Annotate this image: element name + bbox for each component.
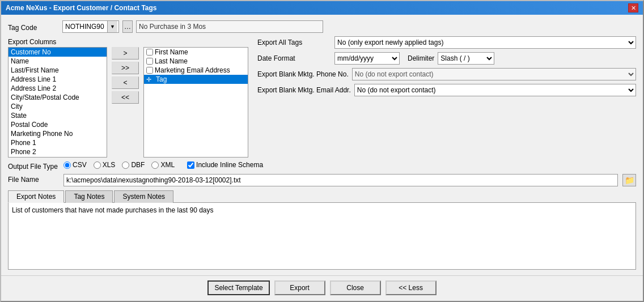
- delimiter-select[interactable]: Slash ( / ) Comma ( , ): [438, 52, 494, 65]
- xls-radio[interactable]: [94, 161, 101, 169]
- browse-folder-button[interactable]: 📁: [622, 174, 636, 186]
- main-content: Tag Code ▼ … No Purchase in 3 Mos Export…: [1, 15, 643, 275]
- close-window-button[interactable]: ✕: [628, 3, 638, 12]
- add-all-columns-button[interactable]: >>: [112, 62, 139, 74]
- tab-content-export-notes: List of customers that have not made pur…: [8, 203, 636, 270]
- main-window: Acme NeXus - Export Customer / Contact T…: [0, 0, 644, 302]
- export-blank-email-row: Export Blank Mktg. Email Addr. No (do no…: [257, 84, 636, 96]
- tab-export-notes[interactable]: Export Notes: [8, 190, 64, 203]
- delimiter-label: Delimiter: [408, 54, 434, 62]
- date-format-select[interactable]: mm/dd/yyyy dd/mm/yyyy: [334, 52, 400, 65]
- main-body-row: Export Columns Customer No Name Last/Fir…: [8, 36, 636, 158]
- list-item[interactable]: Postal Code: [9, 120, 107, 129]
- export-blank-phone-row: Export Blank Mktg. Phone No. No (do not …: [257, 68, 636, 80]
- tag-code-row: Tag Code ▼ … No Purchase in 3 Mos: [8, 20, 636, 33]
- export-all-tags-dropdown[interactable]: No (only export newly applied tags) Yes …: [335, 37, 635, 48]
- export-blank-phone-label: Export Blank Mktg. Phone No.: [257, 70, 349, 78]
- export-blank-email-select[interactable]: No (do not export contact) Yes (export c…: [354, 84, 636, 96]
- list-item[interactable]: Marketing Phone No: [9, 129, 107, 138]
- close-button[interactable]: Close: [330, 280, 381, 295]
- file-name-row: File Name 📁: [8, 174, 636, 186]
- folder-icon: 📁: [625, 176, 634, 185]
- tag-code-extra-btn[interactable]: …: [122, 20, 133, 33]
- tag-code-dropdown-btn[interactable]: ▼: [107, 21, 117, 32]
- tag-description: No Purchase in 3 Mos: [136, 20, 323, 33]
- file-name-input[interactable]: [63, 174, 618, 186]
- dbf-option[interactable]: DBF: [122, 161, 145, 169]
- export-blank-phone-select[interactable]: No (do not export contact) Yes (export c…: [352, 68, 636, 80]
- export-all-tags-select[interactable]: No (only export newly applied tags) Yes …: [334, 36, 636, 49]
- remove-all-columns-button[interactable]: <<: [112, 91, 139, 104]
- tag-code-input[interactable]: [63, 21, 107, 32]
- remove-column-button[interactable]: <: [112, 76, 139, 89]
- list-item[interactable]: ✛ Tag: [144, 75, 248, 84]
- column-transfer-buttons: > >> < <<: [109, 47, 141, 104]
- list-item[interactable]: Name: [9, 57, 107, 66]
- export-all-tags-label: Export All Tags: [257, 39, 331, 46]
- list-item[interactable]: Last Name: [144, 57, 248, 66]
- columns-area: Customer No Name Last/First Name Address…: [8, 47, 248, 158]
- file-type-options: CSV XLS DBF XML Include Inline Schema: [63, 161, 263, 169]
- tag-code-label: Tag Code: [8, 22, 59, 32]
- list-item[interactable]: First Name: [144, 48, 248, 57]
- tag-code-combo[interactable]: ▼: [62, 20, 119, 33]
- list-item[interactable]: State: [9, 111, 107, 120]
- xml-radio[interactable]: [151, 161, 159, 169]
- export-button[interactable]: Export: [274, 280, 325, 295]
- tabs-container: Export Notes Tag Notes System Notes List…: [8, 190, 636, 270]
- list-item[interactable]: Customer No: [9, 48, 107, 57]
- bottom-bar: Select Template Export Close << Less: [1, 275, 643, 301]
- export-blank-email-dropdown[interactable]: No (do not export contact) Yes (export c…: [355, 84, 635, 96]
- include-inline-schema-label: Include Inline Schema: [196, 161, 263, 169]
- title-bar: Acme NeXus - Export Customer / Contact T…: [1, 1, 643, 15]
- add-column-button[interactable]: >: [112, 47, 139, 59]
- list-item[interactable]: Address Line 2: [9, 84, 107, 93]
- window-title: Acme NeXus - Export Customer / Contact T…: [6, 4, 157, 12]
- xml-option[interactable]: XML: [151, 161, 175, 169]
- list-item[interactable]: Marketing Email Address: [144, 66, 248, 75]
- export-all-tags-row: Export All Tags No (only export newly ap…: [257, 36, 636, 49]
- list-item[interactable]: Phone 2: [9, 147, 107, 156]
- select-template-button[interactable]: Select Template: [207, 280, 269, 295]
- dbf-radio[interactable]: [122, 161, 129, 169]
- output-file-type-label: Output File Type: [8, 161, 59, 171]
- tab-tag-notes[interactable]: Tag Notes: [65, 190, 113, 203]
- list-item[interactable]: Last/First Name: [9, 66, 107, 75]
- selected-columns-list[interactable]: First Name Last Name Marketing Email Add…: [143, 47, 248, 158]
- date-format-dropdown[interactable]: mm/dd/yyyy dd/mm/yyyy: [335, 53, 399, 64]
- include-inline-schema-checkbox[interactable]: [187, 161, 194, 169]
- list-item[interactable]: City: [9, 102, 107, 111]
- file-name-label: File Name: [8, 174, 59, 184]
- column-checkbox[interactable]: [146, 49, 153, 56]
- list-item[interactable]: Phone 1: [9, 138, 107, 147]
- include-inline-schema-option[interactable]: Include Inline Schema: [187, 161, 263, 169]
- date-format-label: Date Format: [257, 54, 331, 62]
- date-delim-row: Date Format mm/dd/yyyy dd/mm/yyyy Delimi…: [257, 52, 636, 65]
- tab-bar: Export Notes Tag Notes System Notes: [8, 190, 636, 203]
- available-columns-list[interactable]: Customer No Name Last/First Name Address…: [8, 47, 107, 158]
- export-blank-phone-dropdown[interactable]: No (do not export contact) Yes (export c…: [353, 69, 635, 80]
- csv-radio[interactable]: [63, 161, 71, 169]
- right-panel: Export All Tags No (only export newly ap…: [248, 36, 636, 96]
- export-columns-section: Export Columns Customer No Name Last/Fir…: [8, 36, 248, 158]
- output-file-type-row: Output File Type CSV XLS DBF XML: [8, 161, 636, 171]
- column-checkbox[interactable]: [146, 58, 153, 65]
- export-notes-textarea[interactable]: List of customers that have not made pur…: [12, 206, 632, 266]
- list-item[interactable]: Address Line 1: [9, 75, 107, 84]
- delimiter-dropdown[interactable]: Slash ( / ) Comma ( , ): [438, 53, 494, 64]
- xls-option[interactable]: XLS: [94, 161, 116, 169]
- less-button[interactable]: << Less: [385, 280, 437, 295]
- csv-option[interactable]: CSV: [63, 161, 87, 169]
- tab-system-notes[interactable]: System Notes: [114, 190, 173, 203]
- list-item[interactable]: City/State/Postal Code: [9, 93, 107, 102]
- export-blank-email-label: Export Blank Mktg. Email Addr.: [257, 86, 351, 94]
- export-columns-label: Export Columns: [8, 36, 248, 46]
- column-checkbox[interactable]: [146, 67, 153, 74]
